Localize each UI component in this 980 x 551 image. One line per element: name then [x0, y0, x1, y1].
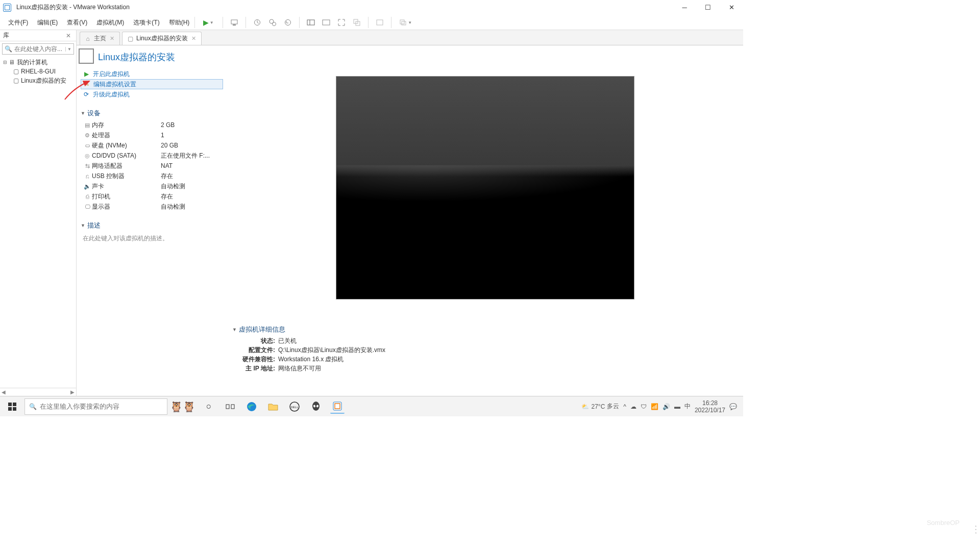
vmware-taskbar-icon[interactable]: [330, 399, 345, 414]
clock[interactable]: 16:28 2022/10/17: [695, 399, 725, 414]
device-icon: ▤: [83, 122, 92, 129]
menu-view[interactable]: 查看(V): [64, 17, 90, 28]
sidebar-title: 库: [3, 31, 9, 40]
menu-help[interactable]: 帮助(H): [166, 17, 193, 28]
widgets-icon[interactable]: 🦉🦉: [168, 398, 197, 415]
power-on-button[interactable]: ▶▼: [199, 16, 217, 29]
library-sidebar: 库 ✕ 🔍 ▼ ⊟ 🖥 我的计算机 ▢ RHEL-8-GUI ▢ Linux虚拟…: [0, 30, 77, 396]
device-icon: 🔈: [83, 183, 92, 190]
detail-row: 主 IP 地址:网络信息不可用: [239, 364, 743, 373]
devices-dropdown-icon[interactable]: ▼: [397, 16, 415, 29]
device-row[interactable]: 🖵显示器自动检测: [81, 202, 223, 212]
svg-rect-0: [231, 20, 237, 24]
svg-rect-11: [377, 20, 383, 25]
unity-icon[interactable]: [351, 16, 363, 29]
windows-taskbar: 🔍 🦉🦉 ○ DELL ⛅ 27°C 多云 ^ ☁ 🛡 📶 🔊 ▬ 中 16:2…: [0, 396, 743, 416]
wifi-icon[interactable]: 📶: [651, 403, 658, 410]
search-dropdown-icon[interactable]: ▼: [65, 47, 71, 52]
tab-vm[interactable]: ▢ Linux虚拟器的安装 ✕: [122, 32, 202, 45]
maximize-button[interactable]: ☐: [696, 0, 720, 15]
device-icon: ◎: [83, 153, 92, 159]
device-icon: ⎙: [83, 193, 92, 199]
detail-row: 状态:已关机: [239, 336, 743, 345]
fullscreen-icon[interactable]: [335, 16, 348, 29]
device-icon: ⚙: [83, 132, 92, 139]
svg-rect-8: [323, 20, 330, 25]
tray-chevron-icon[interactable]: ^: [623, 403, 626, 410]
vm-screen-preview[interactable]: [336, 76, 634, 299]
menu-vm[interactable]: 虚拟机(M): [93, 17, 127, 28]
svg-rect-19: [231, 405, 234, 409]
tree-item[interactable]: ▢ Linux虚拟器的安: [0, 76, 76, 85]
menu-file[interactable]: 文件(F): [5, 17, 31, 28]
tree-root[interactable]: ⊟ 🖥 我的计算机: [0, 58, 76, 67]
ime-indicator[interactable]: 中: [684, 402, 691, 411]
upgrade-vm-link[interactable]: ⟳ 升级此虚拟机: [81, 89, 223, 99]
menu-edit[interactable]: 编辑(E): [34, 17, 61, 28]
svg-rect-13: [402, 21, 406, 25]
device-row[interactable]: ⎙打印机存在: [81, 191, 223, 202]
weather-widget[interactable]: ⛅ 27°C 多云: [581, 402, 619, 411]
battery-icon[interactable]: ▬: [674, 403, 680, 410]
explorer-icon[interactable]: [266, 399, 280, 414]
svg-point-4: [273, 22, 276, 26]
vm-details: ▼虚拟机详细信息 状态:已关机配置文件:Q:\Linux虚拟器\Linux虚拟器…: [227, 320, 743, 378]
description-placeholder[interactable]: 在此处键入对该虚拟机的描述。: [81, 232, 223, 243]
notifications-icon[interactable]: 💬: [729, 403, 737, 410]
snapshot-manager-icon[interactable]: [266, 16, 279, 29]
revert-snapshot-icon[interactable]: [282, 16, 294, 29]
menu-tabs[interactable]: 选项卡(T): [130, 17, 162, 28]
taskbar-search-input[interactable]: [40, 403, 163, 410]
tree-item[interactable]: ▢ RHEL-8-GUI: [0, 67, 76, 76]
device-row[interactable]: ▤内存2 GB: [81, 120, 223, 130]
minimize-button[interactable]: ─: [673, 0, 696, 15]
send-ctrl-alt-del-icon[interactable]: [228, 16, 240, 29]
device-row[interactable]: ⚙处理器1: [81, 130, 223, 140]
device-icon: ⛀: [83, 142, 92, 149]
device-row[interactable]: ◎CD/DVD (SATA)正在使用文件 F:...: [81, 151, 223, 161]
vm-summary-pane: Linux虚拟器的安装 ▶ 开启此虚拟机 ✎ 编辑虚拟机设置 ⟳ 升级此虚拟机 …: [77, 45, 227, 396]
stretch-icon[interactable]: [374, 16, 386, 29]
device-row[interactable]: 🔈声卡自动检测: [81, 181, 223, 191]
edit-icon: ✎: [83, 81, 90, 88]
description-section[interactable]: ▼描述: [81, 221, 223, 230]
alienware-icon[interactable]: [309, 399, 323, 414]
devices-section[interactable]: ▼设备: [81, 109, 223, 118]
svg-point-5: [285, 20, 291, 26]
volume-icon[interactable]: 🔊: [663, 403, 670, 410]
home-icon: ⌂: [84, 35, 91, 42]
search-icon: 🔍: [29, 403, 37, 410]
sidebar-search-input[interactable]: [14, 45, 64, 53]
single-view-icon[interactable]: [320, 16, 332, 29]
edge-icon[interactable]: [244, 399, 259, 414]
sidebar-close-icon[interactable]: ✕: [64, 32, 73, 39]
details-section[interactable]: ▼虚拟机详细信息: [232, 325, 743, 334]
split-view-icon[interactable]: [305, 16, 317, 29]
device-row[interactable]: ⇆网络适配器NAT: [81, 161, 223, 171]
device-row[interactable]: ⎌USB 控制器存在: [81, 171, 223, 181]
close-button[interactable]: ✕: [720, 0, 743, 15]
sidebar-search[interactable]: 🔍 ▼: [2, 43, 74, 55]
power-on-vm-link[interactable]: ▶ 开启此虚拟机: [81, 69, 223, 79]
app-icon: [3, 4, 11, 12]
cortana-icon[interactable]: ○: [202, 399, 216, 414]
tab-close-icon[interactable]: ✕: [109, 35, 115, 42]
sidebar-scrollbar[interactable]: ◀▶: [0, 388, 76, 396]
tab-home[interactable]: ⌂ 主页 ✕: [80, 32, 120, 45]
detail-row: 硬件兼容性:Workstation 16.x 虚拟机: [239, 355, 743, 364]
svg-rect-14: [8, 403, 12, 406]
start-button[interactable]: [2, 396, 22, 417]
dell-icon[interactable]: DELL: [287, 399, 302, 414]
snapshot-icon[interactable]: [251, 16, 263, 29]
vm-icon: ▢: [12, 68, 19, 75]
play-icon: ▶: [83, 70, 90, 78]
edit-vm-settings-link[interactable]: ✎ 编辑虚拟机设置: [81, 79, 223, 89]
device-row[interactable]: ⛀硬盘 (NVMe)20 GB: [81, 140, 223, 151]
onedrive-icon[interactable]: ☁: [630, 403, 636, 410]
task-view-icon[interactable]: [223, 399, 237, 414]
tab-close-icon[interactable]: ✕: [190, 35, 197, 42]
security-icon[interactable]: 🛡: [641, 403, 647, 410]
taskbar-search[interactable]: 🔍: [24, 398, 167, 415]
device-icon: ⇆: [83, 163, 92, 169]
vm-tree: ⊟ 🖥 我的计算机 ▢ RHEL-8-GUI ▢ Linux虚拟器的安: [0, 57, 76, 388]
